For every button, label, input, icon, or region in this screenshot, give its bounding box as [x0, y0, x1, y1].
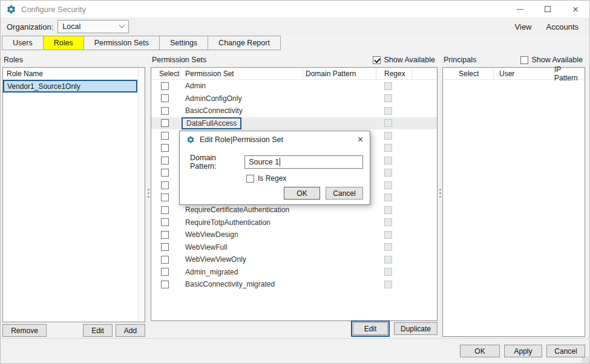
organization-label: Organization:	[7, 22, 53, 31]
regex-checkbox	[384, 157, 392, 164]
show-available-label: Show Available	[384, 56, 435, 64]
close-icon[interactable]: ×	[358, 135, 363, 145]
dialog-titlebar: Edit Role|Permission Set ×	[180, 131, 370, 148]
select-checkbox[interactable]	[161, 193, 169, 201]
toolbar: Organization: Local View Accounts	[1, 18, 589, 36]
edit-role-button[interactable]: Edit	[83, 324, 113, 337]
regex-checkbox	[384, 243, 392, 251]
close-button[interactable]: ×	[562, 1, 589, 18]
menu-accounts[interactable]: Accounts	[546, 22, 579, 31]
close-icon: ×	[572, 4, 579, 15]
cancel-button[interactable]: Cancel	[546, 345, 585, 357]
select-checkbox[interactable]	[161, 82, 169, 90]
gear-icon	[6, 4, 16, 15]
regex-checkbox	[384, 107, 392, 115]
table-row[interactable]: AdminConfigOnly	[151, 93, 437, 105]
regex-checkbox	[384, 119, 392, 127]
regex-checkbox	[384, 256, 392, 264]
table-row[interactable]: DataFullAccess	[151, 117, 437, 130]
table-row[interactable]: BasicConnectivity_migrated	[151, 278, 437, 291]
select-checkbox[interactable]	[161, 206, 169, 214]
show-available-checkbox[interactable]	[520, 56, 528, 64]
tab-permission-sets[interactable]: Permission Sets	[84, 36, 160, 50]
regex-checkbox	[384, 268, 392, 276]
ok-button[interactable]: OK	[284, 187, 320, 200]
is-regex-label: Is Regex	[258, 174, 286, 183]
select-checkbox[interactable]	[161, 243, 169, 251]
column-header-select[interactable]: Select	[151, 68, 180, 79]
column-header-domain-pattern[interactable]: Domain Pattern	[303, 68, 376, 79]
tab-users[interactable]: Users	[2, 36, 44, 50]
add-role-button[interactable]: Add	[116, 324, 145, 337]
edit-permission-button[interactable]: Edit	[353, 322, 388, 335]
dialog-title: Edit Role|Permission Set	[200, 135, 283, 144]
column-header-regex[interactable]: Regex	[376, 68, 412, 79]
tab-change-report[interactable]: Change Report	[208, 36, 281, 50]
table-row[interactable]: WebViewViewOnly	[151, 253, 437, 266]
minimize-button[interactable]	[506, 1, 534, 18]
select-checkbox[interactable]	[161, 256, 169, 264]
table-row[interactable]: WebViewFull	[151, 241, 437, 254]
column-header-user[interactable]: User	[494, 68, 554, 79]
configure-security-window: Configure Security × Organization: Local…	[0, 0, 590, 364]
regex-checkbox	[384, 82, 392, 90]
column-header-ip-pattern[interactable]: IP Pattern	[554, 68, 585, 79]
tab-roles[interactable]: Roles	[44, 36, 84, 50]
select-checkbox[interactable]	[161, 231, 169, 239]
is-regex-checkbox[interactable]	[246, 175, 254, 183]
role-name-column-header[interactable]: Role Name	[3, 68, 137, 80]
titlebar: Configure Security ×	[1, 1, 589, 18]
selected-permission-set: DataFullAccess	[182, 117, 241, 129]
table-row[interactable]: RequireTotpAuthentication	[151, 216, 437, 229]
select-checkbox[interactable]	[161, 119, 169, 127]
apply-button[interactable]: Apply	[504, 345, 542, 357]
domain-pattern-input[interactable]: Source 1	[244, 155, 363, 169]
select-checkbox[interactable]	[161, 181, 169, 189]
regex-checkbox	[384, 218, 392, 226]
tab-bar: Users Roles Permission Sets Settings Cha…	[1, 36, 589, 50]
table-row[interactable]: Vendor1_Source1Only	[3, 80, 137, 93]
principals-table: Select User IP Pattern	[442, 67, 585, 337]
remove-button[interactable]: Remove	[2, 324, 47, 337]
table-row[interactable]: Admin	[151, 80, 437, 93]
duplicate-button[interactable]: Duplicate	[394, 322, 438, 335]
select-checkbox[interactable]	[161, 169, 169, 177]
splitter-grip-icon	[439, 187, 441, 200]
minimize-icon	[517, 9, 523, 10]
column-header-permission-set[interactable]: Permission Set	[180, 68, 303, 79]
window-title: Configure Security	[21, 5, 86, 14]
maximize-icon	[545, 6, 551, 12]
select-checkbox[interactable]	[161, 144, 169, 152]
organization-value: Local	[62, 22, 80, 31]
table-row[interactable]: WebViewDesign	[151, 229, 437, 241]
organization-dropdown[interactable]: Local	[57, 20, 129, 33]
regex-checkbox	[384, 144, 392, 152]
table-row[interactable]: BasicConnectivity	[151, 105, 437, 117]
select-checkbox[interactable]	[161, 132, 169, 140]
show-available-checkbox[interactable]	[373, 56, 381, 64]
regex-checkbox	[384, 193, 392, 201]
table-row[interactable]: Admin_migrated	[151, 266, 437, 279]
domain-pattern-label: Domain Pattern:	[190, 154, 244, 171]
role-name: Vendor1_Source1Only	[7, 82, 80, 91]
roles-scrollbar[interactable]	[138, 68, 145, 322]
menu-view[interactable]: View	[515, 22, 532, 31]
select-checkbox[interactable]	[161, 94, 169, 102]
regex-checkbox	[384, 94, 392, 102]
roles-panel: Roles Role Name Vendor1_Source1Only Remo…	[2, 53, 147, 338]
regex-checkbox	[384, 231, 392, 239]
select-checkbox[interactable]	[161, 268, 169, 276]
select-checkbox[interactable]	[161, 281, 169, 288]
splitter-grip-icon	[148, 187, 149, 200]
tab-settings[interactable]: Settings	[160, 36, 208, 50]
select-checkbox[interactable]	[161, 107, 169, 115]
resize-grip[interactable]	[582, 356, 589, 363]
select-checkbox[interactable]	[161, 218, 169, 226]
column-header-select[interactable]: Select	[443, 68, 494, 79]
select-checkbox[interactable]	[161, 157, 169, 164]
principals-panel-title: Principals	[444, 56, 476, 64]
cancel-button[interactable]: Cancel	[326, 187, 363, 200]
table-row[interactable]: RequireCertificateAuthentication	[151, 204, 437, 216]
maximize-button[interactable]	[534, 1, 562, 18]
ok-button[interactable]: OK	[460, 345, 500, 357]
